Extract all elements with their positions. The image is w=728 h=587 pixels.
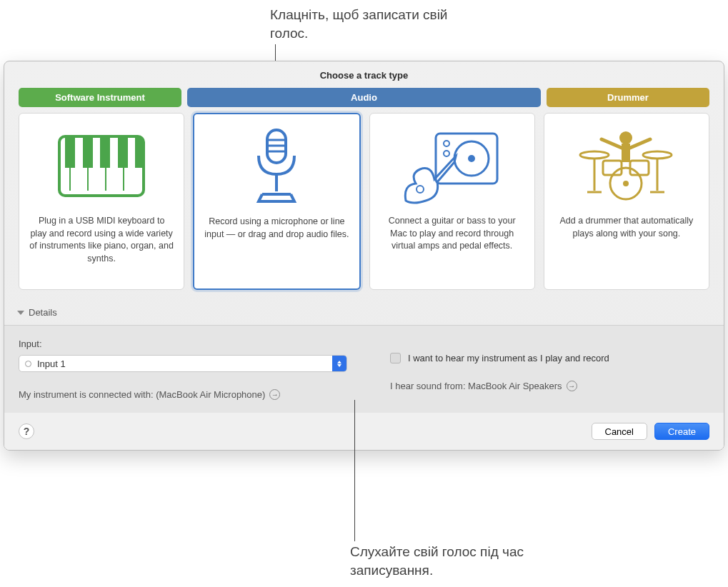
svg-point-18 xyxy=(468,155,475,162)
card-drummer-description: Add a drummer that automatically plays a… xyxy=(554,215,699,240)
card-audio-mic[interactable]: Record using a microphone or line input … xyxy=(193,113,360,290)
input-select-value: Input 1 xyxy=(37,358,332,369)
svg-rect-23 xyxy=(622,144,630,162)
input-device-row[interactable]: My instrument is connected with: (MacBoo… xyxy=(19,389,347,400)
svg-point-28 xyxy=(643,151,672,159)
svg-point-33 xyxy=(623,181,629,186)
svg-point-26 xyxy=(580,151,609,159)
card-drummer[interactable]: Add a drummer that automatically plays a… xyxy=(544,113,709,290)
card-mic-description: Record using a microphone or line input … xyxy=(204,216,349,241)
svg-rect-7 xyxy=(118,138,128,168)
arrow-right-circle-icon: → xyxy=(269,389,280,400)
callout-record-voice: Клацніть, щоб записати свій голос. xyxy=(270,6,484,42)
new-track-dialog: Choose a track type Software Instrument … xyxy=(4,61,724,451)
select-stepper-icon xyxy=(332,356,346,371)
svg-point-20 xyxy=(444,151,449,156)
create-button[interactable]: Create xyxy=(654,423,709,440)
keyboard-icon xyxy=(41,124,162,208)
input-channel-icon xyxy=(25,361,31,367)
monitoring-checkbox-label: I want to hear my instrument as I play a… xyxy=(408,353,609,363)
input-select[interactable]: Input 1 xyxy=(19,355,347,372)
dialog-title: Choose a track type xyxy=(4,61,724,88)
cancel-button[interactable]: Cancel xyxy=(592,423,647,440)
details-panel: Input: Input 1 My instrument is connecte… xyxy=(4,325,724,413)
callout-hear-voice: Слухайте свій голос під час записування. xyxy=(350,543,579,579)
monitoring-checkbox[interactable] xyxy=(390,353,401,363)
svg-rect-30 xyxy=(603,161,622,175)
guitar-amp-icon xyxy=(392,124,513,208)
dialog-footer: ? Cancel Create xyxy=(4,413,724,450)
card-si-description: Plug in a USB MIDI keyboard to play and … xyxy=(29,215,174,265)
monitoring-checkbox-row[interactable]: I want to hear my instrument as I play a… xyxy=(390,353,709,363)
svg-point-19 xyxy=(444,141,449,146)
output-device-row[interactable]: I hear sound from: MacBook Air Speakers … xyxy=(390,381,709,391)
details-label: Details xyxy=(29,307,57,318)
details-left-column: Input: Input 1 My instrument is connecte… xyxy=(19,338,347,400)
track-type-tabs: Software Instrument Audio Drummer xyxy=(4,88,724,113)
svg-line-24 xyxy=(602,139,622,148)
microphone-icon xyxy=(216,124,337,209)
tab-drummer: Drummer xyxy=(547,88,709,107)
svg-rect-8 xyxy=(100,138,110,168)
help-button[interactable]: ? xyxy=(19,423,34,439)
svg-rect-5 xyxy=(65,138,75,168)
track-type-cards: Plug in a USB MIDI keyboard to play and … xyxy=(4,113,724,303)
svg-point-22 xyxy=(619,131,632,144)
svg-rect-6 xyxy=(83,138,93,168)
input-label: Input: xyxy=(19,338,347,349)
chevron-down-icon xyxy=(17,311,24,315)
svg-line-25 xyxy=(630,139,650,148)
card-guitar-description: Connect a guitar or bass to your Mac to … xyxy=(380,215,524,253)
card-audio-guitar[interactable]: Connect a guitar or bass to your Mac to … xyxy=(369,113,535,290)
input-device-text: My instrument is connected with: (MacBoo… xyxy=(19,389,265,400)
arrow-right-circle-icon: → xyxy=(567,381,577,391)
svg-rect-31 xyxy=(630,161,649,175)
svg-point-21 xyxy=(417,186,424,193)
details-right-column: I want to hear my instrument as I play a… xyxy=(390,338,709,400)
details-toggle[interactable]: Details xyxy=(4,303,724,325)
callout-line-bottom xyxy=(354,400,355,541)
svg-rect-9 xyxy=(135,138,142,168)
card-software-instrument[interactable]: Plug in a USB MIDI keyboard to play and … xyxy=(19,113,184,290)
tab-audio: Audio xyxy=(187,88,541,107)
output-device-text: I hear sound from: MacBook Air Speakers xyxy=(390,381,562,391)
tab-software-instrument: Software Instrument xyxy=(19,88,181,107)
drummer-icon xyxy=(566,124,687,208)
